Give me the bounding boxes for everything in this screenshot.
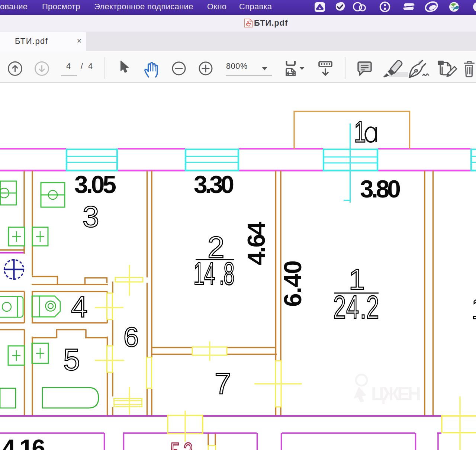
svg-text:3.05: 3.05 [74, 171, 116, 198]
svg-text:ЦЖЕН: ЦЖЕН [371, 383, 422, 404]
svg-text:4.16: 4.16 [2, 434, 45, 450]
svg-text:4.64: 4.64 [242, 222, 270, 265]
svg-text:5: 5 [63, 343, 80, 376]
svg-text:24.2: 24.2 [333, 289, 379, 325]
svg-text:1: 1 [354, 115, 366, 149]
svg-text:6.40: 6.40 [279, 260, 306, 307]
svg-text:6: 6 [123, 322, 139, 353]
svg-text:3.30: 3.30 [194, 171, 234, 198]
svg-text:3: 3 [83, 200, 99, 233]
svg-text:14.8: 14.8 [193, 255, 235, 291]
svg-text:1: 1 [471, 291, 476, 325]
svg-text:3.80: 3.80 [360, 175, 401, 203]
svg-text:PDF: PDF [247, 25, 250, 27]
svg-text:7: 7 [215, 367, 231, 400]
svg-text:52: 52 [170, 437, 193, 450]
svg-text:4: 4 [71, 290, 88, 323]
